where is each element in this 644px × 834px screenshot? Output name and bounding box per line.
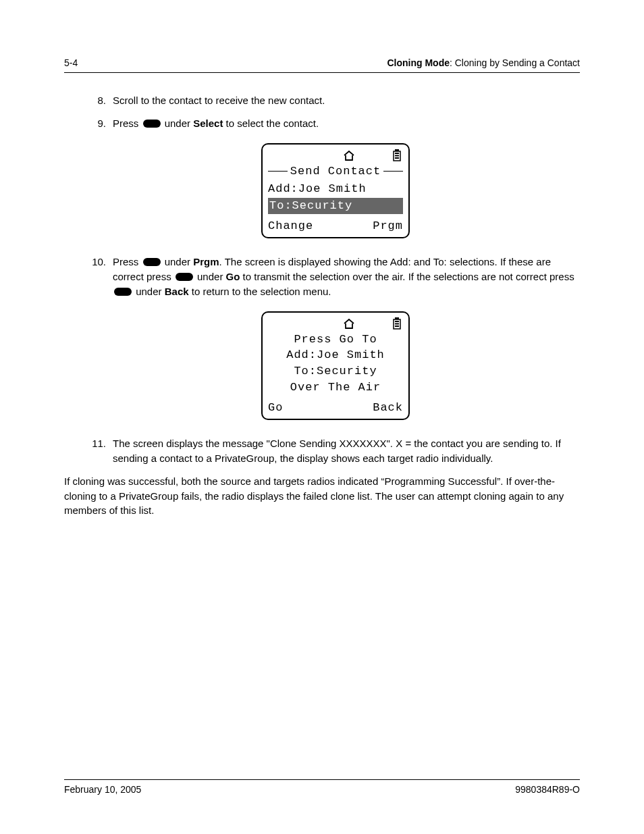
closing-paragraph: If cloning was successful, both the sour… — [64, 474, 580, 518]
text-bold: Go — [226, 271, 240, 282]
lcd-softkey-row: Go Back — [268, 400, 403, 417]
battery-icon — [392, 149, 402, 161]
lcd-softkey-row: Change Prgm — [268, 218, 403, 235]
svg-rect-7 — [395, 321, 399, 322]
step-text: Press under Select to select the contact… — [113, 118, 319, 129]
home-icon — [343, 318, 355, 329]
content-area: 8. Scroll to the contact to receive the … — [64, 93, 580, 518]
step-text: Scroll to the contact to receive the new… — [113, 95, 325, 106]
text-fragment: under — [162, 118, 194, 129]
text-fragment: to transmit the selection over the air. … — [240, 271, 574, 282]
svg-rect-3 — [395, 155, 399, 156]
softkey-icon — [114, 288, 132, 296]
battery-icon — [392, 317, 402, 330]
step-list-continued-2: 11. The screen displays the message "Clo… — [91, 436, 580, 466]
text-fragment: to return to the selection menu. — [189, 286, 331, 297]
lcd-line-to-highlighted: To:Security — [268, 198, 403, 214]
lcd-screen-send-contact: Send Contact Add:Joe Smith To:Security C… — [261, 143, 410, 239]
lcd-status-bar — [268, 149, 403, 162]
text-bold: Back — [165, 286, 189, 297]
step-text: The screen displays the message "Clone S… — [113, 438, 561, 464]
step-number: 11. — [91, 436, 106, 451]
svg-rect-2 — [395, 153, 399, 154]
step-text: Press under Prgm. The screen is displaye… — [113, 256, 574, 297]
lcd-line: Add:Joe Smith — [268, 347, 403, 363]
text-bold: Select — [193, 118, 223, 129]
lcd-line-add: Add:Joe Smith — [268, 181, 403, 197]
svg-rect-9 — [395, 325, 399, 327]
step-9: 9. Press under Select to select the cont… — [91, 116, 580, 131]
text-fragment: to select the contact. — [223, 118, 319, 129]
softkey-icon — [143, 258, 161, 266]
lcd-softkey-left: Change — [268, 218, 313, 235]
footer-docnum: 9980384R89-O — [515, 784, 580, 795]
text-fragment: under — [194, 271, 226, 282]
softkey-icon — [143, 120, 161, 128]
step-8: 8. Scroll to the contact to receive the … — [91, 93, 580, 108]
text-fragment: under — [133, 286, 165, 297]
step-number: 8. — [91, 93, 106, 108]
svg-rect-8 — [395, 323, 399, 324]
text-bold: Prgm — [193, 256, 219, 267]
text-fragment: Press — [113, 118, 142, 129]
lcd-line: Over The Air — [268, 380, 403, 396]
step-list: 8. Scroll to the contact to receive the … — [91, 93, 580, 131]
page-header: 5-4 Cloning Mode: Cloning by Sending a C… — [64, 57, 580, 73]
lcd-softkey-left: Go — [268, 400, 283, 417]
step-10: 10. Press under Prgm. The screen is disp… — [91, 255, 580, 298]
svg-rect-4 — [395, 157, 399, 159]
lcd-line: To:Security — [268, 363, 403, 380]
step-11: 11. The screen displays the message "Clo… — [91, 436, 580, 466]
section-title-rest: : Cloning by Sending a Contact — [450, 57, 580, 68]
section-title: Cloning Mode: Cloning by Sending a Conta… — [387, 57, 580, 68]
page-number: 5-4 — [64, 57, 78, 68]
lcd-title-row: Send Contact — [268, 163, 403, 180]
section-title-bold: Cloning Mode — [387, 57, 450, 68]
step-number: 10. — [91, 255, 106, 269]
home-icon — [343, 150, 355, 161]
text-fragment: under — [162, 256, 194, 267]
lcd-softkey-right: Prgm — [373, 218, 403, 235]
softkey-icon — [176, 273, 193, 281]
lcd-title: Send Contact — [288, 163, 383, 180]
lcd-line: Press Go To — [268, 332, 403, 348]
lcd-status-bar — [268, 317, 403, 330]
page: 5-4 Cloning Mode: Cloning by Sending a C… — [0, 0, 644, 834]
footer-date: February 10, 2005 — [64, 784, 141, 795]
page-footer: February 10, 2005 9980384R89-O — [64, 779, 580, 795]
step-list-continued: 10. Press under Prgm. The screen is disp… — [91, 255, 580, 298]
lcd-softkey-right: Back — [373, 400, 403, 417]
step-number: 9. — [91, 116, 106, 131]
lcd-screen-press-go: Press Go To Add:Joe Smith To:Security Ov… — [261, 311, 410, 421]
text-fragment: Press — [113, 256, 142, 267]
